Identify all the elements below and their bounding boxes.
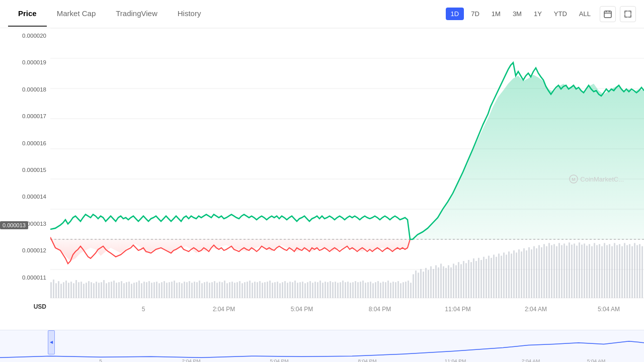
svg-rect-123: [322, 283, 324, 298]
svg-rect-131: [342, 281, 344, 298]
tab-price[interactable]: Price: [8, 1, 47, 27]
time-btn-ytd[interactable]: YTD: [549, 8, 572, 20]
svg-rect-80: [214, 281, 215, 298]
svg-rect-227: [584, 243, 585, 298]
svg-rect-185: [478, 258, 479, 298]
svg-rect-42: [118, 282, 120, 298]
svg-rect-240: [616, 245, 618, 298]
chart-body[interactable]: 5 2:04 PM 5:04 PM 8:04 PM 11:04 PM 2:04 …: [50, 28, 644, 330]
svg-rect-136: [355, 281, 356, 298]
svg-rect-79: [211, 282, 213, 298]
svg-text:5:04 PM: 5:04 PM: [270, 358, 288, 362]
svg-rect-126: [330, 281, 331, 298]
y-label-2: 0.000018: [4, 87, 46, 93]
svg-rect-72: [194, 282, 195, 298]
svg-rect-94: [249, 281, 251, 298]
svg-rect-78: [209, 283, 210, 298]
svg-rect-180: [465, 263, 467, 298]
svg-rect-31: [91, 282, 92, 298]
svg-rect-73: [196, 282, 198, 298]
svg-rect-118: [309, 281, 311, 298]
svg-text:2:04 PM: 2:04 PM: [182, 358, 200, 362]
svg-rect-226: [581, 245, 583, 298]
svg-rect-92: [244, 282, 246, 298]
svg-rect-141: [367, 282, 369, 298]
svg-rect-89: [236, 282, 238, 298]
expand-icon-btn[interactable]: [620, 6, 636, 22]
time-btn-7d[interactable]: 7D: [466, 8, 485, 20]
svg-rect-34: [98, 283, 100, 298]
y-label-3: 0.000017: [4, 114, 46, 120]
svg-rect-238: [611, 246, 613, 298]
tab-tradingview[interactable]: TradingView: [106, 1, 168, 27]
svg-rect-40: [113, 281, 115, 298]
svg-rect-178: [460, 264, 462, 298]
svg-rect-53: [146, 282, 147, 298]
svg-rect-149: [387, 281, 389, 298]
svg-rect-161: [418, 273, 419, 298]
svg-rect-0: [604, 11, 611, 18]
svg-rect-120: [314, 282, 316, 298]
svg-rect-39: [111, 282, 112, 298]
svg-text:11:04 PM: 11:04 PM: [445, 306, 470, 313]
y-axis: 0.000020 0.000019 0.000018 0.000017 0.00…: [0, 28, 50, 330]
svg-rect-199: [513, 250, 515, 298]
svg-rect-110: [289, 282, 291, 298]
mini-chart-handle[interactable]: ◀: [48, 330, 55, 354]
svg-rect-103: [272, 283, 273, 298]
svg-rect-82: [219, 282, 220, 298]
tab-market-cap[interactable]: Market Cap: [47, 1, 106, 27]
svg-rect-229: [589, 244, 590, 298]
svg-rect-55: [151, 283, 152, 298]
svg-rect-209: [538, 245, 540, 298]
svg-rect-156: [405, 282, 407, 298]
svg-rect-152: [395, 282, 396, 298]
svg-rect-234: [601, 246, 603, 298]
svg-rect-200: [516, 252, 517, 298]
svg-rect-37: [106, 283, 107, 298]
svg-rect-170: [440, 263, 442, 298]
svg-rect-46: [128, 282, 130, 298]
tab-history[interactable]: History: [168, 1, 211, 27]
time-btn-1m[interactable]: 1M: [487, 8, 506, 20]
svg-rect-239: [614, 243, 615, 298]
svg-rect-127: [332, 282, 334, 298]
svg-rect-48: [133, 283, 135, 298]
svg-rect-75: [201, 283, 203, 298]
calendar-icon-btn[interactable]: [600, 6, 616, 22]
time-btn-1y[interactable]: 1Y: [529, 8, 547, 20]
svg-rect-44: [123, 283, 125, 298]
coinmarketcap-logo-icon: M: [569, 174, 578, 184]
svg-rect-87: [231, 282, 233, 298]
svg-rect-233: [599, 244, 600, 298]
svg-rect-98: [259, 281, 261, 298]
svg-rect-49: [136, 282, 137, 298]
svg-rect-125: [327, 282, 329, 298]
svg-rect-225: [579, 242, 580, 298]
svg-rect-158: [410, 283, 412, 298]
chart-area: 0.000020 0.000019 0.000018 0.000017 0.00…: [0, 28, 644, 330]
svg-rect-59: [161, 282, 163, 298]
y-label-4: 0.000016: [4, 141, 46, 147]
svg-rect-163: [423, 272, 424, 298]
svg-rect-106: [279, 283, 281, 298]
svg-rect-117: [307, 282, 308, 298]
svg-rect-204: [526, 250, 527, 298]
time-btn-1d[interactable]: 1D: [446, 8, 464, 20]
svg-rect-128: [335, 282, 336, 298]
time-btn-3m[interactable]: 3M: [508, 8, 527, 20]
top-nav: Price Market Cap TradingView History 1D …: [0, 0, 644, 28]
svg-rect-65: [176, 283, 178, 298]
svg-text:5: 5: [99, 358, 102, 362]
svg-rect-235: [604, 243, 605, 298]
svg-rect-211: [543, 244, 545, 298]
svg-rect-129: [337, 283, 339, 298]
svg-rect-174: [450, 267, 452, 298]
svg-rect-96: [254, 282, 256, 298]
svg-rect-27: [80, 282, 82, 298]
svg-text:11:04 PM: 11:04 PM: [445, 358, 466, 362]
svg-rect-206: [531, 249, 532, 298]
time-btn-all[interactable]: ALL: [574, 8, 596, 20]
svg-rect-17: [55, 283, 57, 298]
svg-rect-61: [166, 283, 168, 298]
